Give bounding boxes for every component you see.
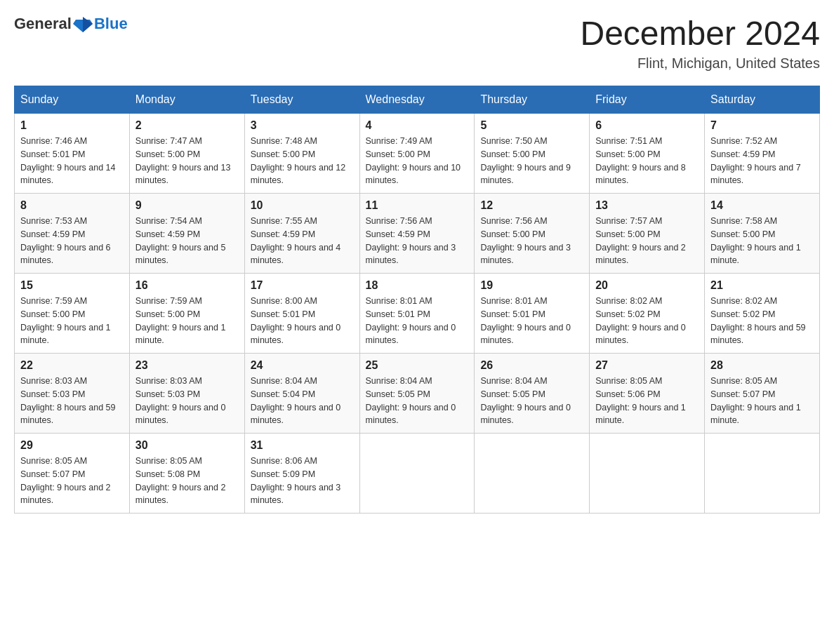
day-number: 8 [20,199,124,212]
day-info: Sunrise: 8:04 AM Sunset: 5:05 PM Dayligh… [480,375,583,427]
table-row [705,434,820,514]
day-info: Sunrise: 7:50 AM Sunset: 5:00 PM Dayligh… [480,135,583,187]
table-row: 22 Sunrise: 8:03 AM Sunset: 5:03 PM Dayl… [15,354,130,434]
day-info: Sunrise: 7:47 AM Sunset: 5:00 PM Dayligh… [135,135,239,187]
col-header-thursday: Thursday [475,86,590,114]
table-row: 12 Sunrise: 7:56 AM Sunset: 5:00 PM Dayl… [475,194,590,274]
table-row: 4 Sunrise: 7:49 AM Sunset: 5:00 PM Dayli… [359,114,475,194]
day-info: Sunrise: 7:56 AM Sunset: 5:00 PM Dayligh… [480,215,583,267]
day-number: 9 [135,199,239,212]
day-number: 26 [480,359,583,372]
day-number: 15 [20,279,124,292]
day-number: 14 [710,199,814,212]
day-info: Sunrise: 7:56 AM Sunset: 4:59 PM Dayligh… [366,215,469,267]
table-row: 3 Sunrise: 7:48 AM Sunset: 5:00 PM Dayli… [244,114,359,194]
calendar-title: December 2024 [580,14,820,53]
day-number: 31 [251,439,354,452]
logo-text-general: General [14,15,72,33]
table-row: 11 Sunrise: 7:56 AM Sunset: 4:59 PM Dayl… [359,194,475,274]
day-info: Sunrise: 7:53 AM Sunset: 4:59 PM Dayligh… [20,215,124,267]
day-number: 1 [20,119,124,132]
table-row [590,434,705,514]
day-number: 25 [366,359,469,372]
day-info: Sunrise: 7:46 AM Sunset: 5:01 PM Dayligh… [20,135,124,187]
day-info: Sunrise: 8:01 AM Sunset: 5:01 PM Dayligh… [480,295,583,347]
day-info: Sunrise: 8:06 AM Sunset: 5:09 PM Dayligh… [251,455,354,507]
day-info: Sunrise: 8:04 AM Sunset: 5:05 PM Dayligh… [366,375,469,427]
table-row: 16 Sunrise: 7:59 AM Sunset: 5:00 PM Dayl… [129,274,244,354]
table-row: 24 Sunrise: 8:04 AM Sunset: 5:04 PM Dayl… [244,354,359,434]
col-header-tuesday: Tuesday [244,86,359,114]
day-info: Sunrise: 7:49 AM Sunset: 5:00 PM Dayligh… [366,135,469,187]
day-number: 21 [710,279,814,292]
calendar-week-4: 22 Sunrise: 8:03 AM Sunset: 5:03 PM Dayl… [15,354,820,434]
day-info: Sunrise: 7:55 AM Sunset: 4:59 PM Dayligh… [251,215,354,267]
logo-text-blue: Blue [94,15,128,33]
table-row: 26 Sunrise: 8:04 AM Sunset: 5:05 PM Dayl… [475,354,590,434]
table-row: 25 Sunrise: 8:04 AM Sunset: 5:05 PM Dayl… [359,354,475,434]
calendar-week-3: 15 Sunrise: 7:59 AM Sunset: 5:00 PM Dayl… [15,274,820,354]
calendar-subtitle: Flint, Michigan, United States [580,55,820,72]
day-info: Sunrise: 8:00 AM Sunset: 5:01 PM Dayligh… [251,295,354,347]
col-header-sunday: Sunday [15,86,130,114]
calendar-week-5: 29 Sunrise: 8:05 AM Sunset: 5:07 PM Dayl… [15,434,820,514]
table-row: 29 Sunrise: 8:05 AM Sunset: 5:07 PM Dayl… [15,434,130,514]
day-info: Sunrise: 8:03 AM Sunset: 5:03 PM Dayligh… [135,375,239,427]
title-block: December 2024 Flint, Michigan, United St… [580,14,820,72]
day-info: Sunrise: 8:03 AM Sunset: 5:03 PM Dayligh… [20,375,124,427]
col-header-monday: Monday [129,86,244,114]
calendar-week-2: 8 Sunrise: 7:53 AM Sunset: 4:59 PM Dayli… [15,194,820,274]
table-row: 14 Sunrise: 7:58 AM Sunset: 5:00 PM Dayl… [705,194,820,274]
day-info: Sunrise: 8:01 AM Sunset: 5:01 PM Dayligh… [366,295,469,347]
table-row: 13 Sunrise: 7:57 AM Sunset: 5:00 PM Dayl… [590,194,705,274]
table-row: 5 Sunrise: 7:50 AM Sunset: 5:00 PM Dayli… [475,114,590,194]
day-number: 2 [135,119,239,132]
day-number: 22 [20,359,124,372]
day-number: 16 [135,279,239,292]
logo: General Blue [14,14,128,34]
table-row: 19 Sunrise: 8:01 AM Sunset: 5:01 PM Dayl… [475,274,590,354]
day-number: 11 [366,199,469,212]
page-header: General Blue December 2024 Flint, Michig… [14,14,820,72]
day-info: Sunrise: 7:54 AM Sunset: 4:59 PM Dayligh… [135,215,239,267]
day-number: 27 [595,359,699,372]
day-info: Sunrise: 7:48 AM Sunset: 5:00 PM Dayligh… [251,135,354,187]
day-number: 23 [135,359,239,372]
day-info: Sunrise: 8:05 AM Sunset: 5:06 PM Dayligh… [595,375,699,427]
day-number: 5 [480,119,583,132]
table-row: 17 Sunrise: 8:00 AM Sunset: 5:01 PM Dayl… [244,274,359,354]
table-row: 31 Sunrise: 8:06 AM Sunset: 5:09 PM Dayl… [244,434,359,514]
calendar-table: Sunday Monday Tuesday Wednesday Thursday… [14,86,820,514]
day-number: 17 [251,279,354,292]
day-info: Sunrise: 7:58 AM Sunset: 5:00 PM Dayligh… [710,215,814,267]
day-number: 29 [20,439,124,452]
table-row: 2 Sunrise: 7:47 AM Sunset: 5:00 PM Dayli… [129,114,244,194]
day-info: Sunrise: 8:05 AM Sunset: 5:07 PM Dayligh… [20,455,124,507]
day-info: Sunrise: 8:05 AM Sunset: 5:08 PM Dayligh… [135,455,239,507]
day-info: Sunrise: 7:59 AM Sunset: 5:00 PM Dayligh… [135,295,239,347]
table-row: 18 Sunrise: 8:01 AM Sunset: 5:01 PM Dayl… [359,274,475,354]
table-row: 20 Sunrise: 8:02 AM Sunset: 5:02 PM Dayl… [590,274,705,354]
day-info: Sunrise: 8:04 AM Sunset: 5:04 PM Dayligh… [251,375,354,427]
day-info: Sunrise: 7:57 AM Sunset: 5:00 PM Dayligh… [595,215,699,267]
table-row [359,434,475,514]
table-row: 1 Sunrise: 7:46 AM Sunset: 5:01 PM Dayli… [15,114,130,194]
table-row: 7 Sunrise: 7:52 AM Sunset: 4:59 PM Dayli… [705,114,820,194]
col-header-wednesday: Wednesday [359,86,475,114]
day-info: Sunrise: 7:52 AM Sunset: 4:59 PM Dayligh… [710,135,814,187]
table-row: 23 Sunrise: 8:03 AM Sunset: 5:03 PM Dayl… [129,354,244,434]
table-row: 15 Sunrise: 7:59 AM Sunset: 5:00 PM Dayl… [15,274,130,354]
day-info: Sunrise: 8:02 AM Sunset: 5:02 PM Dayligh… [595,295,699,347]
day-number: 7 [710,119,814,132]
day-number: 19 [480,279,583,292]
day-number: 10 [251,199,354,212]
table-row: 28 Sunrise: 8:05 AM Sunset: 5:07 PM Dayl… [705,354,820,434]
table-row: 27 Sunrise: 8:05 AM Sunset: 5:06 PM Dayl… [590,354,705,434]
day-number: 6 [595,119,699,132]
calendar-week-1: 1 Sunrise: 7:46 AM Sunset: 5:01 PM Dayli… [15,114,820,194]
day-number: 20 [595,279,699,292]
day-number: 24 [251,359,354,372]
col-header-saturday: Saturday [705,86,820,114]
table-row: 21 Sunrise: 8:02 AM Sunset: 5:02 PM Dayl… [705,274,820,354]
table-row: 9 Sunrise: 7:54 AM Sunset: 4:59 PM Dayli… [129,194,244,274]
